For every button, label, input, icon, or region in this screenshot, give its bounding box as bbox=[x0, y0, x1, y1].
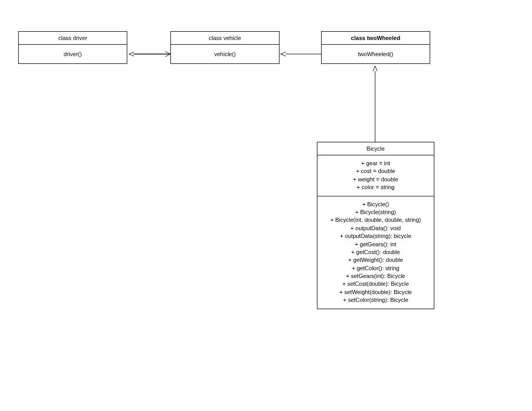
class-twowheeled-method: twoWheeled() bbox=[322, 45, 430, 63]
bicycle-method: + setCost(double): Bicycle bbox=[320, 280, 432, 288]
class-bicycle-attributes: + gear = int + cost = double + weight = … bbox=[317, 155, 434, 196]
bicycle-attr: + color = string bbox=[320, 183, 432, 191]
bicycle-method: + setGears(int): Bicycle bbox=[320, 272, 432, 280]
bicycle-method: + Bicycle(int, double, double, string) bbox=[320, 216, 432, 224]
bicycle-method: + outputData(): void bbox=[320, 224, 432, 232]
bicycle-method: + getGears(): int bbox=[320, 241, 432, 248]
bicycle-method: + getWeight(): double bbox=[320, 256, 432, 264]
class-vehicle-title: class vehicle bbox=[171, 32, 279, 45]
bicycle-method: + getCost(): double bbox=[320, 248, 432, 256]
bicycle-method: + setColor(string): Bicycle bbox=[320, 296, 432, 304]
arrow-twowheeled-to-vehicle-head bbox=[281, 52, 286, 56]
bicycle-attr: + gear = int bbox=[320, 160, 432, 167]
class-bicycle-title: Bicycle bbox=[317, 142, 434, 155]
class-vehicle-method: vehicle() bbox=[171, 45, 279, 63]
bicycle-method: + Bicycle(string) bbox=[320, 208, 432, 216]
class-driver-box: class driver driver() bbox=[18, 31, 127, 64]
class-driver-method: driver() bbox=[19, 45, 127, 63]
class-bicycle-methods: + Bicycle() + Bicycle(string) + Bicycle(… bbox=[317, 196, 434, 309]
class-driver-title: class driver bbox=[19, 32, 127, 45]
class-twowheeled-box: class twoWheeled twoWheeled() bbox=[321, 31, 430, 64]
bicycle-method: + setWeight(double): Bicycle bbox=[320, 288, 432, 296]
bicycle-method: + Bicycle() bbox=[320, 201, 432, 208]
bicycle-method: + outputData(string): bicycle bbox=[320, 232, 432, 240]
arrow-vehicle-to-driver-head bbox=[129, 52, 134, 56]
arrow-bicycle-to-twowheeled-head bbox=[373, 66, 377, 71]
bicycle-attr: + weight = double bbox=[320, 176, 432, 183]
class-bicycle-box: Bicycle + gear = int + cost = double + w… bbox=[317, 142, 434, 309]
class-twowheeled-title: class twoWheeled bbox=[322, 32, 430, 45]
class-vehicle-box: class vehicle vehicle() bbox=[170, 31, 280, 64]
bicycle-attr: + cost = double bbox=[320, 167, 432, 175]
bicycle-method: + getColor(): string bbox=[320, 264, 432, 272]
